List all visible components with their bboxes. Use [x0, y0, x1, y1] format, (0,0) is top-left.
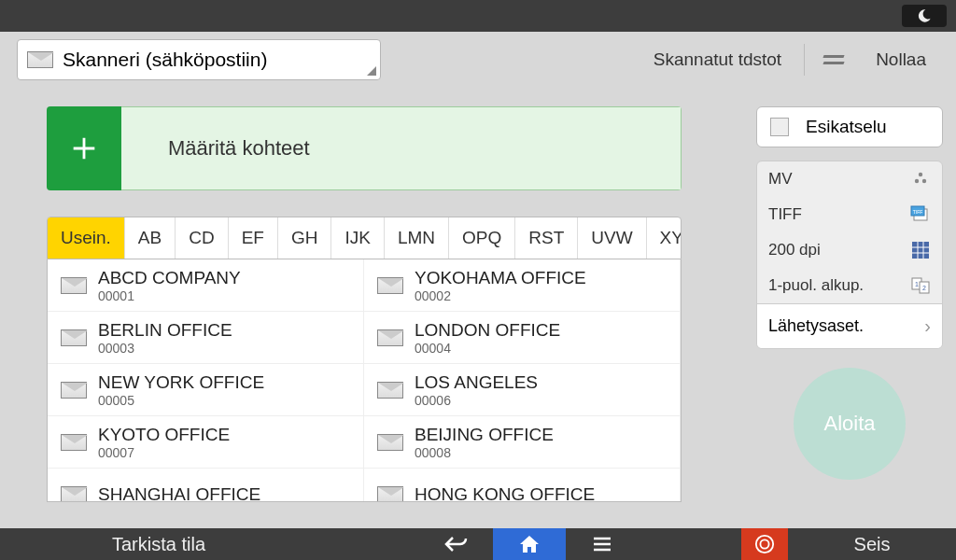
- contact-code: 00006: [415, 393, 538, 408]
- tab-ef[interactable]: EF: [229, 217, 278, 259]
- alphabet-tabs: Usein.ABCDEFGHIJKLMNOPQRSTUVWXYZ: [47, 217, 682, 259]
- pages-icon: 12: [910, 275, 931, 296]
- mode-label: Skanneri (sähköpostiin): [63, 49, 267, 71]
- envelope-icon: [377, 434, 403, 451]
- moon-icon: [917, 8, 932, 23]
- envelope-icon: [61, 434, 87, 451]
- contact-item[interactable]: ABCD COMPANY00001: [48, 259, 364, 312]
- tab-opq[interactable]: OPQ: [449, 217, 515, 259]
- tab-cd[interactable]: CD: [176, 217, 228, 259]
- settings-card: MVTIFFTIFF200 dpi1-puol. alkup.12 Lähety…: [756, 161, 943, 349]
- contact-name: NEW YORK OFFICE: [98, 372, 264, 393]
- envelope-icon: [377, 277, 403, 294]
- tab-gh[interactable]: GH: [278, 217, 332, 259]
- contact-item[interactable]: KYOTO OFFICE00007: [48, 416, 364, 469]
- contact-code: 00007: [98, 445, 230, 460]
- contact-item[interactable]: YOKOHAMA OFFICE00002: [364, 259, 681, 312]
- menu-button[interactable]: [566, 528, 639, 560]
- envelope-icon: [377, 382, 403, 399]
- contact-name: ABCD COMPANY: [98, 268, 241, 288]
- contact-name: HONG KONG OFFICE: [415, 484, 595, 503]
- svg-rect-6: [912, 242, 929, 259]
- contact-item[interactable]: HONG KONG OFFICE: [364, 469, 681, 502]
- send-settings-label: Lähetysaset.: [768, 316, 864, 336]
- grid-icon: [910, 240, 931, 260]
- contact-item[interactable]: NEW YORK OFFICE00005: [48, 364, 364, 416]
- start-label: Aloita: [823, 412, 875, 436]
- tab-lmn[interactable]: LMN: [385, 217, 449, 259]
- contact-item[interactable]: SHANGHAI OFFICE: [48, 469, 364, 502]
- contact-item[interactable]: BERLIN OFFICE00003: [48, 312, 364, 364]
- checkbox-icon: [770, 118, 789, 136]
- envelope-icon: [61, 382, 87, 399]
- contact-item[interactable]: BEIJING OFFICE00008: [364, 416, 681, 469]
- setting-row[interactable]: TIFFTIFF: [757, 197, 942, 232]
- menu-icon: [592, 537, 612, 552]
- svg-point-1: [915, 179, 919, 183]
- tab-xyz[interactable]: XYZ: [647, 217, 682, 259]
- start-button[interactable]: Aloita: [794, 368, 906, 480]
- reset-button[interactable]: Nollaa: [863, 42, 939, 77]
- add-destination-button[interactable]: [47, 106, 121, 190]
- setting-label: TIFF: [768, 205, 802, 224]
- contact-name: BERLIN OFFICE: [98, 320, 232, 341]
- tab-ijk[interactable]: IJK: [331, 217, 384, 259]
- tab-rst[interactable]: RST: [515, 217, 578, 259]
- svg-text:TIFF: TIFF: [913, 209, 923, 215]
- destination-banner[interactable]: Määritä kohteet: [47, 106, 682, 190]
- back-button[interactable]: [420, 528, 493, 560]
- setting-row[interactable]: 1-puol. alkup.12: [757, 268, 942, 303]
- svg-text:2: 2: [922, 285, 926, 291]
- top-row: Skanneri (sähköpostiin) Skannatut tdstot…: [0, 32, 956, 88]
- home-icon: [518, 534, 541, 554]
- contacts-list: ABCD COMPANY00001YOKOHAMA OFFICE00002BER…: [47, 259, 682, 502]
- setting-label: 1-puol. alkup.: [768, 276, 864, 295]
- scanned-files-button[interactable]: Skannatut tdstot: [640, 42, 794, 77]
- contact-name: YOKOHAMA OFFICE: [415, 268, 586, 288]
- contact-code: 00008: [415, 445, 554, 460]
- send-settings-button[interactable]: Lähetysaset. ›: [757, 303, 942, 348]
- contact-name: SHANGHAI OFFICE: [98, 484, 260, 503]
- contact-name: KYOTO OFFICE: [98, 425, 230, 445]
- contact-code: 00002: [415, 288, 586, 303]
- clear-icon[interactable]: [814, 55, 853, 64]
- svg-point-0: [919, 173, 922, 176]
- contact-code: 00001: [98, 288, 241, 303]
- setting-label: 200 dpi: [768, 241, 821, 259]
- contact-item[interactable]: LONDON OFFICE00004: [364, 312, 681, 364]
- check-status-button[interactable]: Tarkista tila: [0, 534, 317, 555]
- preview-toggle[interactable]: Esikatselu: [756, 106, 943, 147]
- envelope-icon: [61, 486, 87, 503]
- back-icon: [443, 535, 470, 553]
- envelope-icon: [61, 277, 87, 294]
- tab-uvw[interactable]: UVW: [578, 217, 646, 259]
- svg-point-2: [922, 179, 926, 183]
- bottom-bar: Tarkista tila Seis: [0, 528, 956, 560]
- contact-name: LOS ANGELES: [415, 372, 538, 393]
- contact-name: LONDON OFFICE: [415, 320, 560, 341]
- contact-name: BEIJING OFFICE: [415, 425, 554, 445]
- home-button[interactable]: [493, 528, 566, 560]
- dots-icon: [910, 169, 931, 189]
- contact-code: 00005: [98, 393, 264, 408]
- setting-row[interactable]: 200 dpi: [757, 232, 942, 268]
- chevron-right-icon: ›: [924, 315, 931, 337]
- stop-button[interactable]: [741, 528, 788, 560]
- destination-label: Määritä kohteet: [121, 106, 682, 190]
- svg-point-11: [756, 536, 773, 553]
- tab-ab[interactable]: AB: [125, 217, 176, 259]
- tiff-icon: TIFF: [910, 204, 931, 225]
- setting-row[interactable]: MV: [757, 161, 942, 197]
- tab-usein[interactable]: Usein.: [48, 217, 125, 259]
- plus-icon: [68, 133, 100, 164]
- mode-selector[interactable]: Skanneri (sähköpostiin): [17, 39, 381, 80]
- setting-label: MV: [768, 170, 793, 189]
- svg-point-12: [760, 539, 768, 548]
- stop-icon: [754, 534, 775, 554]
- contact-code: 00003: [98, 341, 232, 356]
- night-mode-button[interactable]: [902, 5, 947, 27]
- envelope-icon: [61, 329, 87, 346]
- preview-label: Esikatselu: [806, 117, 887, 137]
- contact-item[interactable]: LOS ANGELES00006: [364, 364, 681, 416]
- envelope-icon: [377, 329, 403, 346]
